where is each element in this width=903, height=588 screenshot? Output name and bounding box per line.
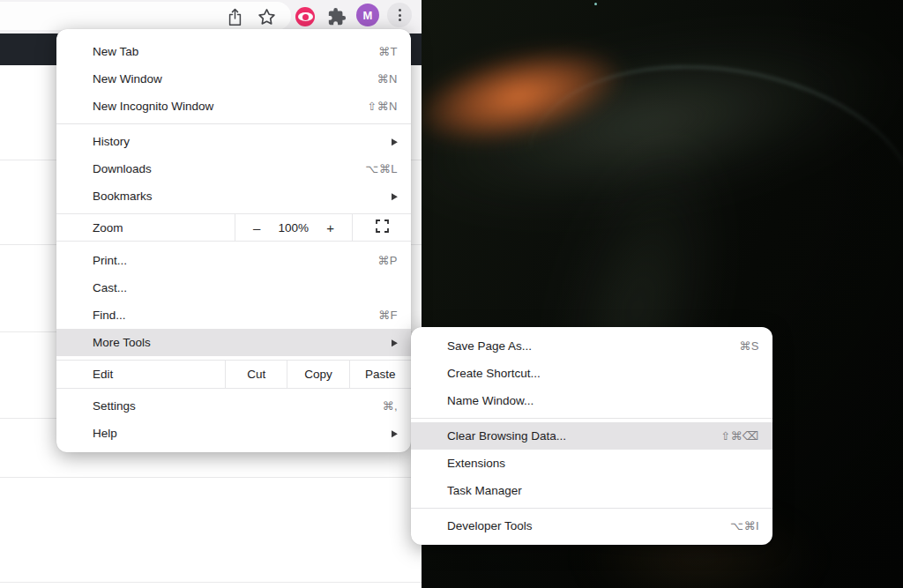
submenu-arrow-icon: ▶ <box>392 428 398 439</box>
paste-button[interactable]: Paste <box>350 361 411 388</box>
menu-item-developer-tools[interactable]: Developer Tools⌥⌘I <box>411 512 772 540</box>
menu-item-label: Help <box>93 427 392 440</box>
menu-item-shortcut: ⌘, <box>382 399 398 413</box>
menu-item-shortcut: ⌘T <box>378 45 398 58</box>
browser-menu-button[interactable] <box>387 3 412 27</box>
chrome-app-menu: New Tab⌘TNew Window⌘NNew Incognito Windo… <box>56 29 411 452</box>
menu-item-history[interactable]: History▶ <box>56 128 411 155</box>
menu-item-shortcut: ⌥⌘L <box>365 162 398 175</box>
menu-item-shortcut: ⌘N <box>377 72 398 86</box>
eye-badge <box>295 7 315 26</box>
menu-item-label: Cast... <box>93 281 398 294</box>
eye-pupil <box>302 14 309 20</box>
menu-item-help[interactable]: Help▶ <box>56 420 411 447</box>
avatar-letter: M <box>363 9 373 22</box>
menu-item-print[interactable]: Print...⌘P <box>56 247 411 274</box>
fullscreen-icon <box>376 220 389 235</box>
menu-item-shortcut: ⇧⌘⌫ <box>720 429 759 443</box>
zoom-in-button[interactable]: + <box>326 220 334 235</box>
page-divider-line <box>0 477 422 478</box>
menu-item-bookmarks[interactable]: Bookmarks▶ <box>56 182 411 210</box>
kebab-menu-icon <box>399 9 401 21</box>
menu-item-label: Find... <box>93 309 378 322</box>
profile-avatar[interactable]: M <box>356 4 379 26</box>
edit-label: Edit <box>56 361 226 388</box>
copy-button[interactable]: Copy <box>287 361 349 388</box>
zoom-level-value: 100% <box>279 221 310 234</box>
menu-item-shortcut: ⌥⌘I <box>730 519 759 532</box>
menu-item-label: Extensions <box>447 457 759 470</box>
menu-item-label: More Tools <box>93 336 392 349</box>
menu-item-label: New Tab <box>93 45 378 58</box>
screen: M New Tab⌘TNew Window⌘NNew Incognito Win… <box>0 0 903 588</box>
menu-item-task-manager[interactable]: Task Manager <box>411 477 772 504</box>
menu-item-label: History <box>93 135 392 148</box>
menu-item-label: Downloads <box>93 162 365 175</box>
menu-item-cast[interactable]: Cast... <box>56 274 411 301</box>
menu-item-label: Save Page As... <box>447 339 739 353</box>
menu-item-label: Settings <box>93 399 382 413</box>
menu-item-name-window[interactable]: Name Window... <box>411 387 772 414</box>
menu-item-label: New Incognito Window <box>93 100 367 113</box>
menu-item-extensions[interactable]: Extensions <box>411 450 772 477</box>
share-icon[interactable] <box>224 6 245 27</box>
submenu-arrow-icon: ▶ <box>392 191 398 202</box>
submenu-arrow-icon: ▶ <box>392 137 398 147</box>
address-bar[interactable] <box>0 2 291 30</box>
menu-item-zoom: Zoom–100%+ <box>56 213 411 242</box>
menu-item-shortcut: ⌘F <box>378 309 398 322</box>
menu-item-shortcut: ⌘S <box>739 339 759 353</box>
menu-item-shortcut: ⇧⌘N <box>367 100 398 113</box>
more-tools-submenu: Save Page As...⌘SCreate Shortcut...Name … <box>411 327 772 545</box>
menu-item-label: Name Window... <box>447 394 759 407</box>
menu-item-label: Print... <box>93 254 377 267</box>
cut-button[interactable]: Cut <box>226 361 287 388</box>
menu-item-clear-browsing-data[interactable]: Clear Browsing Data...⇧⌘⌫ <box>411 422 772 450</box>
menu-item-label: Developer Tools <box>447 519 730 532</box>
menu-item-save-page-as[interactable]: Save Page As...⌘S <box>411 332 772 360</box>
menu-item-edit: EditCutCopyPaste <box>56 360 411 389</box>
menu-separator <box>411 508 772 509</box>
menu-item-new-tab[interactable]: New Tab⌘T <box>56 38 411 65</box>
eye-extension-icon[interactable] <box>295 6 316 27</box>
zoom-controls: –100%+ <box>235 214 353 241</box>
menu-item-label: Clear Browsing Data... <box>447 429 720 443</box>
page-divider-line <box>0 582 422 583</box>
extensions-puzzle-icon[interactable] <box>326 6 347 27</box>
menu-item-settings[interactable]: Settings⌘, <box>56 392 411 420</box>
zoom-out-button[interactable]: – <box>253 220 260 235</box>
zoom-label: Zoom <box>56 214 235 241</box>
menu-item-more-tools[interactable]: More Tools▶ <box>56 329 411 356</box>
menu-item-downloads[interactable]: Downloads⌥⌘L <box>56 155 411 182</box>
bookmark-star-icon[interactable] <box>256 6 277 27</box>
fullscreen-button[interactable] <box>353 214 411 241</box>
menu-item-create-shortcut[interactable]: Create Shortcut... <box>411 360 772 387</box>
menu-separator <box>411 418 772 419</box>
menu-item-label: New Window <box>93 72 377 86</box>
menu-item-label: Task Manager <box>447 484 759 497</box>
menu-item-label: Create Shortcut... <box>447 367 759 380</box>
menu-item-shortcut: ⌘P <box>377 254 398 267</box>
menu-item-new-incognito-window[interactable]: New Incognito Window⇧⌘N <box>56 93 411 120</box>
menu-item-new-window[interactable]: New Window⌘N <box>56 65 411 93</box>
menu-separator <box>56 123 411 124</box>
submenu-arrow-icon: ▶ <box>392 338 398 348</box>
menu-item-label: Bookmarks <box>93 190 392 203</box>
eye-white <box>298 12 313 21</box>
menu-item-find[interactable]: Find...⌘F <box>56 301 411 329</box>
